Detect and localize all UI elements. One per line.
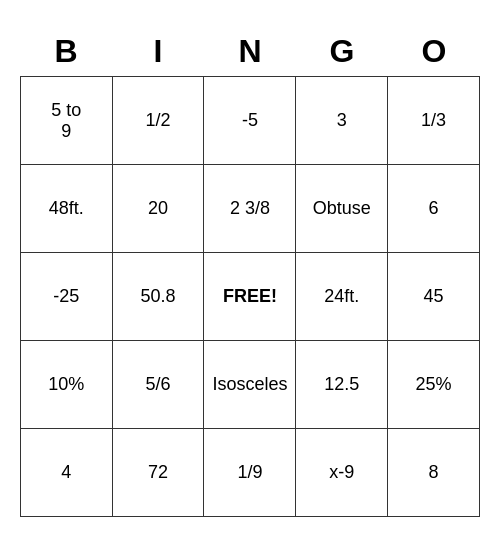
cell-r0-c1: 1/2 (112, 77, 204, 165)
cell-r1-c3: Obtuse (296, 165, 388, 253)
header-letter: O (388, 27, 480, 76)
cell-r2-c0: -25 (21, 253, 113, 341)
cell-r0-c2: -5 (204, 77, 296, 165)
cell-r4-c1: 72 (112, 429, 204, 517)
cell-r1-c0: 48ft. (21, 165, 113, 253)
cell-r4-c2: 1/9 (204, 429, 296, 517)
cell-r4-c3: x-9 (296, 429, 388, 517)
bingo-grid: 5 to91/2-531/348ft.202 3/8Obtuse6-2550.8… (20, 76, 480, 517)
header-letter: N (204, 27, 296, 76)
cell-r0-c4: 1/3 (388, 77, 480, 165)
bingo-card: BINGO 5 to91/2-531/348ft.202 3/8Obtuse6-… (20, 27, 480, 517)
header-letter: G (296, 27, 388, 76)
cell-r3-c3: 12.5 (296, 341, 388, 429)
cell-r3-c2: Isosceles (204, 341, 296, 429)
cell-r0-c0: 5 to9 (21, 77, 113, 165)
header-letter: B (20, 27, 112, 76)
cell-r2-c4: 45 (388, 253, 480, 341)
cell-r3-c0: 10% (21, 341, 113, 429)
cell-r1-c1: 20 (112, 165, 204, 253)
cell-r1-c4: 6 (388, 165, 480, 253)
cell-r3-c1: 5/6 (112, 341, 204, 429)
cell-r4-c0: 4 (21, 429, 113, 517)
cell-r2-c2: FREE! (204, 253, 296, 341)
cell-r2-c3: 24ft. (296, 253, 388, 341)
cell-r1-c2: 2 3/8 (204, 165, 296, 253)
cell-r4-c4: 8 (388, 429, 480, 517)
cell-r2-c1: 50.8 (112, 253, 204, 341)
bingo-header: BINGO (20, 27, 480, 76)
cell-r0-c3: 3 (296, 77, 388, 165)
cell-r3-c4: 25% (388, 341, 480, 429)
header-letter: I (112, 27, 204, 76)
